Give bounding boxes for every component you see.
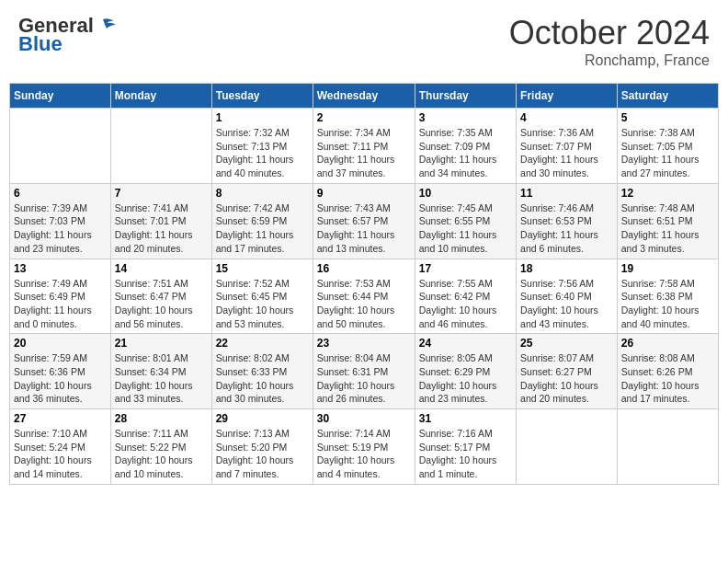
day-content: Sunrise: 7:42 AM Sunset: 6:59 PM Dayligh… <box>216 201 309 256</box>
day-content: Sunrise: 7:35 AM Sunset: 7:09 PM Dayligh… <box>419 126 512 180</box>
day-content: Sunrise: 7:14 AM Sunset: 5:19 PM Dayligh… <box>317 427 411 481</box>
calendar-cell <box>517 409 618 485</box>
day-content: Sunrise: 7:59 AM Sunset: 6:36 PM Dayligh… <box>14 351 107 406</box>
calendar-cell: 10Sunrise: 7:45 AM Sunset: 6:55 PM Dayli… <box>415 183 516 259</box>
day-of-week-header: Monday <box>110 84 211 109</box>
calendar-cell: 3Sunrise: 7:35 AM Sunset: 7:09 PM Daylig… <box>415 109 516 184</box>
day-number: 25 <box>520 337 613 350</box>
calendar-cell: 12Sunrise: 7:48 AM Sunset: 6:51 PM Dayli… <box>617 183 718 259</box>
day-number: 9 <box>317 187 411 200</box>
calendar-cell: 20Sunrise: 7:59 AM Sunset: 6:36 PM Dayli… <box>10 334 111 409</box>
day-number: 18 <box>520 262 613 275</box>
calendar-cell: 21Sunrise: 8:01 AM Sunset: 6:34 PM Dayli… <box>110 334 211 409</box>
logo-bird-icon <box>96 17 116 34</box>
page-header: General Blue October 2024 Ronchamp, Fran… <box>9 9 719 74</box>
day-content: Sunrise: 7:58 AM Sunset: 6:38 PM Dayligh… <box>621 277 714 331</box>
calendar-week-row: 1Sunrise: 7:32 AM Sunset: 7:13 PM Daylig… <box>10 109 719 184</box>
day-content: Sunrise: 7:51 AM Sunset: 6:47 PM Dayligh… <box>115 277 208 331</box>
day-number: 17 <box>419 262 512 275</box>
calendar-cell: 9Sunrise: 7:43 AM Sunset: 6:57 PM Daylig… <box>313 183 415 259</box>
day-content: Sunrise: 7:34 AM Sunset: 7:11 PM Dayligh… <box>317 126 411 180</box>
day-number: 31 <box>419 412 512 425</box>
calendar-cell: 13Sunrise: 7:49 AM Sunset: 6:49 PM Dayli… <box>10 259 111 334</box>
day-number: 15 <box>216 262 309 275</box>
day-of-week-header: Sunday <box>10 84 111 109</box>
calendar-cell <box>617 409 718 485</box>
calendar-cell: 7Sunrise: 7:41 AM Sunset: 7:01 PM Daylig… <box>110 183 211 259</box>
day-content: Sunrise: 8:07 AM Sunset: 6:27 PM Dayligh… <box>520 351 613 406</box>
calendar-cell: 23Sunrise: 8:04 AM Sunset: 6:31 PM Dayli… <box>313 334 415 409</box>
calendar-cell: 4Sunrise: 7:36 AM Sunset: 7:07 PM Daylig… <box>517 109 618 184</box>
day-content: Sunrise: 8:02 AM Sunset: 6:33 PM Dayligh… <box>216 351 309 406</box>
calendar-cell: 16Sunrise: 7:53 AM Sunset: 6:44 PM Dayli… <box>313 259 415 334</box>
day-number: 29 <box>216 412 309 425</box>
day-number: 10 <box>419 187 512 200</box>
calendar-cell: 25Sunrise: 8:07 AM Sunset: 6:27 PM Dayli… <box>517 334 618 409</box>
day-content: Sunrise: 7:16 AM Sunset: 5:17 PM Dayligh… <box>419 427 512 481</box>
day-content: Sunrise: 8:01 AM Sunset: 6:34 PM Dayligh… <box>115 351 208 406</box>
day-number: 24 <box>419 337 512 350</box>
day-number: 21 <box>115 337 208 350</box>
month-title: October 2024 <box>509 14 710 52</box>
day-content: Sunrise: 7:39 AM Sunset: 7:03 PM Dayligh… <box>14 201 107 256</box>
calendar-cell: 14Sunrise: 7:51 AM Sunset: 6:47 PM Dayli… <box>110 259 211 334</box>
calendar-cell: 22Sunrise: 8:02 AM Sunset: 6:33 PM Dayli… <box>211 334 313 409</box>
calendar-cell <box>110 109 211 184</box>
day-content: Sunrise: 7:49 AM Sunset: 6:49 PM Dayligh… <box>14 277 107 331</box>
day-number: 14 <box>115 262 208 275</box>
day-content: Sunrise: 7:11 AM Sunset: 5:22 PM Dayligh… <box>115 427 208 481</box>
day-number: 8 <box>216 187 309 200</box>
day-number: 22 <box>216 337 309 350</box>
calendar-cell: 18Sunrise: 7:56 AM Sunset: 6:40 PM Dayli… <box>517 259 618 334</box>
calendar-cell: 5Sunrise: 7:38 AM Sunset: 7:05 PM Daylig… <box>617 109 718 184</box>
calendar-cell: 8Sunrise: 7:42 AM Sunset: 6:59 PM Daylig… <box>211 183 313 259</box>
day-number: 1 <box>216 111 309 124</box>
day-number: 20 <box>14 337 107 350</box>
day-of-week-header: Thursday <box>415 84 516 109</box>
calendar-cell: 2Sunrise: 7:34 AM Sunset: 7:11 PM Daylig… <box>313 109 415 184</box>
day-number: 4 <box>520 111 613 124</box>
calendar-cell: 24Sunrise: 8:05 AM Sunset: 6:29 PM Dayli… <box>415 334 516 409</box>
calendar-week-row: 20Sunrise: 7:59 AM Sunset: 6:36 PM Dayli… <box>10 334 719 409</box>
day-of-week-header: Wednesday <box>313 84 415 109</box>
day-content: Sunrise: 7:13 AM Sunset: 5:20 PM Dayligh… <box>216 427 309 481</box>
calendar-cell: 27Sunrise: 7:10 AM Sunset: 5:24 PM Dayli… <box>10 409 111 485</box>
day-of-week-header: Friday <box>517 84 618 109</box>
day-number: 3 <box>419 111 512 124</box>
day-content: Sunrise: 7:45 AM Sunset: 6:55 PM Dayligh… <box>419 201 512 256</box>
day-number: 19 <box>621 262 714 275</box>
day-content: Sunrise: 7:41 AM Sunset: 7:01 PM Dayligh… <box>115 201 208 256</box>
day-number: 16 <box>317 262 411 275</box>
day-content: Sunrise: 7:52 AM Sunset: 6:45 PM Dayligh… <box>216 277 309 331</box>
day-content: Sunrise: 8:08 AM Sunset: 6:26 PM Dayligh… <box>621 351 714 406</box>
calendar-cell: 26Sunrise: 8:08 AM Sunset: 6:26 PM Dayli… <box>617 334 718 409</box>
calendar-cell: 19Sunrise: 7:58 AM Sunset: 6:38 PM Dayli… <box>617 259 718 334</box>
calendar-cell: 30Sunrise: 7:14 AM Sunset: 5:19 PM Dayli… <box>313 409 415 485</box>
logo: General Blue <box>18 14 116 56</box>
calendar-cell: 1Sunrise: 7:32 AM Sunset: 7:13 PM Daylig… <box>211 109 313 184</box>
day-number: 5 <box>621 111 714 124</box>
location: Ronchamp, France <box>509 52 710 69</box>
calendar-week-row: 13Sunrise: 7:49 AM Sunset: 6:49 PM Dayli… <box>10 259 719 334</box>
day-of-week-header: Tuesday <box>211 84 313 109</box>
day-number: 26 <box>621 337 714 350</box>
day-content: Sunrise: 7:55 AM Sunset: 6:42 PM Dayligh… <box>419 277 512 331</box>
day-of-week-header: Saturday <box>617 84 718 109</box>
calendar-cell: 28Sunrise: 7:11 AM Sunset: 5:22 PM Dayli… <box>110 409 211 485</box>
day-content: Sunrise: 8:04 AM Sunset: 6:31 PM Dayligh… <box>317 351 411 406</box>
calendar-week-row: 6Sunrise: 7:39 AM Sunset: 7:03 PM Daylig… <box>10 183 719 259</box>
day-content: Sunrise: 7:46 AM Sunset: 6:53 PM Dayligh… <box>520 201 613 256</box>
day-number: 27 <box>14 412 107 425</box>
day-content: Sunrise: 8:05 AM Sunset: 6:29 PM Dayligh… <box>419 351 512 406</box>
calendar-cell: 29Sunrise: 7:13 AM Sunset: 5:20 PM Dayli… <box>211 409 313 485</box>
calendar-cell: 6Sunrise: 7:39 AM Sunset: 7:03 PM Daylig… <box>10 183 111 259</box>
calendar-week-row: 27Sunrise: 7:10 AM Sunset: 5:24 PM Dayli… <box>10 409 719 485</box>
calendar-cell <box>10 109 111 184</box>
day-content: Sunrise: 7:36 AM Sunset: 7:07 PM Dayligh… <box>520 126 613 180</box>
day-number: 11 <box>520 187 613 200</box>
day-content: Sunrise: 7:38 AM Sunset: 7:05 PM Dayligh… <box>621 126 714 180</box>
day-number: 28 <box>115 412 208 425</box>
calendar-header-row: SundayMondayTuesdayWednesdayThursdayFrid… <box>10 84 719 109</box>
day-number: 7 <box>115 187 208 200</box>
calendar-cell: 17Sunrise: 7:55 AM Sunset: 6:42 PM Dayli… <box>415 259 516 334</box>
